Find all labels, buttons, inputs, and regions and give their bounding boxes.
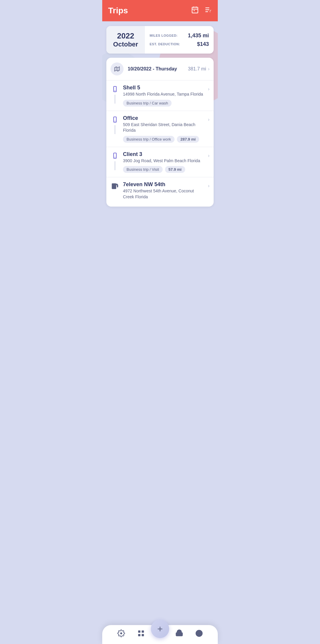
trip-details: Client 3 3900 Jog Road, West Palm Beach … [123,151,206,173]
page-title: Trips [108,6,128,15]
trip-address: 3900 Jog Road, West Palm Beach Florida [123,158,206,164]
trip-icon-col [111,115,119,134]
nav-settings[interactable] [111,629,131,637]
trip-tags: Business trip / Visit 57.9 mi [123,166,206,173]
map-icon [111,62,124,75]
trip-chevron: › [208,153,209,158]
trip-item[interactable]: Client 3 3900 Jog Road, West Palm Beach … [106,147,214,178]
deduction-row: EST. DEDUCTION: $143 [150,41,209,47]
trip-connector-line [115,95,115,104]
trip-item[interactable]: Shell 5 14998 North Florida Avenue, Tamp… [106,80,214,111]
trip-chevron: › [208,117,209,122]
main-content: 2022 October MILES LOGGED: 1,435 mi EST.… [102,21,218,245]
nav-drive[interactable] [169,629,189,637]
trip-list: Shell 5 14998 North Florida Avenue, Tamp… [106,80,214,207]
trip-details: Shell 5 14998 North Florida Avenue, Tamp… [123,85,206,107]
miles-row: MILES LOGGED: 1,435 mi [150,33,209,39]
trip-miles: 287.9 mi [177,136,199,143]
trip-connector-line [115,161,115,170]
trip-name: Shell 5 [123,85,206,91]
svg-point-22 [177,634,178,635]
svg-rect-17 [138,630,140,633]
trip-icon-col [111,181,119,190]
summary-stats: MILES LOGGED: 1,435 mi EST. DEDUCTION: $… [145,26,214,54]
trip-name: Office [123,115,206,121]
day-header-miles: 381.7 mi [188,66,206,72]
svg-rect-20 [142,634,144,636]
header-actions [191,6,212,15]
trip-group-card: 10/20/2022 - Thursday 381.7 mi › Shell 5… [106,58,214,207]
trip-tag: Business trip / Car wash [123,100,172,107]
svg-rect-16 [112,184,116,189]
phone-icon [111,85,119,94]
miles-value: 1,435 mi [188,33,209,39]
trip-name: Client 3 [123,151,206,157]
trip-details: Office 509 East Sheridan Street, Dania B… [123,115,206,143]
gas-icon [111,181,119,190]
trip-tags: Business trip / Office work 287.9 mi [123,136,206,143]
trip-address: 4972 Northwest 54th Avenue, Coconut Cree… [123,188,206,200]
svg-rect-18 [142,630,144,633]
summary-date: 2022 October [106,26,145,54]
deduction-value: $143 [197,41,209,47]
trip-chevron: › [208,86,209,92]
trip-connector-line [115,125,115,134]
svg-rect-4 [194,10,195,11]
miles-label: MILES LOGGED: [150,34,178,37]
day-header[interactable]: 10/20/2022 - Thursday 381.7 mi › [106,58,214,80]
day-header-date: 10/20/2022 - Thursday [128,66,188,72]
nav-help[interactable] [189,629,209,637]
edit-list-icon[interactable] [204,6,212,15]
calendar-icon[interactable] [191,6,199,15]
summary-month: October [113,41,138,48]
summary-year: 2022 [117,31,134,41]
trip-item[interactable]: Office 509 East Sheridan Street, Dania B… [106,111,214,147]
app-header: Trips [102,0,218,21]
trip-icon-col [111,151,119,170]
plus-icon: + [157,624,163,634]
nav-list[interactable] [131,629,151,637]
trip-item[interactable]: 7eleven NW 54th 4972 Northwest 54th Aven… [106,177,214,206]
trip-address: 509 East Sheridan Street, Dania Beach Fl… [123,122,206,133]
summary-card[interactable]: 2022 October MILES LOGGED: 1,435 mi EST.… [106,26,214,54]
phone-icon [111,151,119,160]
trip-icon-col [111,85,119,104]
trip-tag: Business trip / Office work [123,136,175,143]
trip-tag: Business trip / Visit [123,166,163,173]
trip-chevron: › [208,183,209,189]
add-trip-button[interactable]: + [151,620,169,638]
trip-name: 7eleven NW 54th [123,181,206,188]
phone-icon [111,115,119,124]
trip-details: 7eleven NW 54th 4972 Northwest 54th Aven… [123,181,206,202]
trip-miles: 57.9 mi [165,166,185,173]
svg-rect-0 [192,7,198,13]
svg-point-23 [180,634,181,635]
day-header-chevron: › [208,66,209,72]
trip-tags: Business trip / Car wash [123,100,206,107]
bottom-nav: + [102,625,218,644]
deduction-label: EST. DEDUCTION: [150,42,180,46]
trip-address: 14998 North Florida Avenue, Tampa Florid… [123,91,206,97]
svg-rect-19 [138,634,140,636]
